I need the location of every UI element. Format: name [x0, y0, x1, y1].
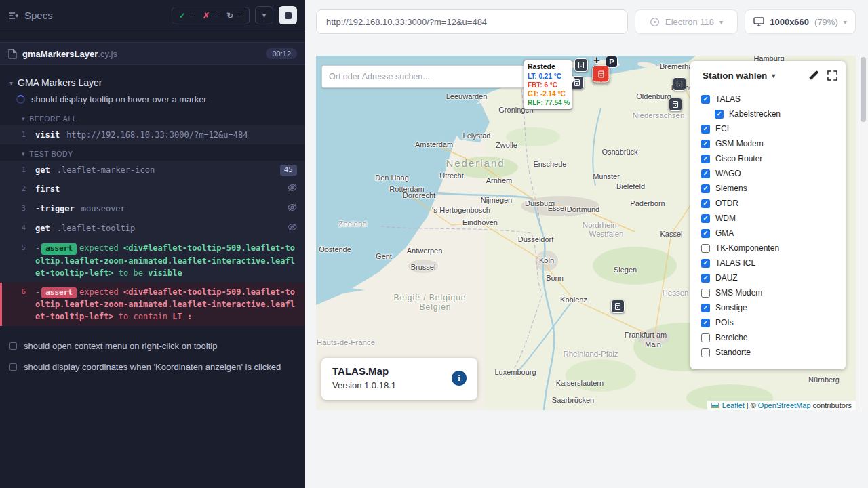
viewport-select[interactable]: 1000x660 (79%) ▾ [745, 9, 856, 34]
viewport-size: 1000x660 [770, 17, 809, 27]
command-args: .leaflet-tooltip [57, 222, 282, 235]
checkbox[interactable]: ✓ [701, 319, 710, 327]
station-row-gsm-modem[interactable]: ✓GSM Modem [701, 136, 846, 151]
leaflet-map[interactable]: LeeuwardenGroningenOldenburgBremerhavenB… [316, 56, 856, 410]
active-test-row[interactable]: should display tooltip on hover over a m… [0, 91, 305, 109]
scrollbar-thumb[interactable] [861, 57, 866, 122]
station-label: Standorte [715, 348, 751, 357]
before-all-commands: 1visithttp://192.168.10.33:3000/?m=12&u=… [0, 125, 305, 144]
command-row[interactable]: 1visithttp://192.168.10.33:3000/?m=12&u=… [0, 125, 305, 144]
browser-icon [650, 17, 660, 27]
station-filter-panel: Station wählen ▾ ✓TALAS✓Kabelstrecken✓EC… [690, 61, 846, 369]
station-row-otdr[interactable]: ✓OTDR [701, 196, 846, 211]
station-row-bereiche[interactable]: Bereiche [701, 330, 846, 345]
leaflet-link[interactable]: Leaflet [722, 401, 745, 409]
pending-test-row[interactable]: should display coordinates when 'Koordin… [0, 357, 305, 378]
checkbox[interactable]: ✓ [701, 229, 710, 238]
checkbox[interactable]: ✓ [701, 95, 710, 104]
checkbox[interactable]: ✓ [701, 259, 710, 268]
checkbox[interactable]: ✓ [715, 110, 724, 119]
specs-toggle[interactable]: Specs [8, 9, 53, 21]
spec-file-icon [8, 49, 17, 59]
station-row-wago[interactable]: ✓WAGO [701, 166, 846, 181]
map-marker-alert[interactable] [593, 66, 610, 83]
checkbox[interactable] [701, 348, 710, 357]
suite-title[interactable]: ▾ GMA Markers Layer [0, 75, 305, 91]
checkbox[interactable]: ✓ [701, 199, 710, 208]
fullscreen-button[interactable] [827, 70, 837, 81]
hidden-eye-icon [288, 222, 297, 232]
checkbox[interactable]: ✓ [701, 140, 710, 148]
station-label: OTDR [715, 199, 738, 208]
command-row[interactable]: 5-assertexpected <div#leaflet-tooltip-50… [0, 239, 305, 283]
map-search-input[interactable] [321, 65, 526, 88]
station-row-standorte[interactable]: Standorte [701, 345, 846, 360]
tooltip-value-row: FBT: 6 °C [528, 81, 568, 89]
pending-test-row[interactable]: should open context menu on right-click … [0, 336, 305, 357]
station-row-sonstige[interactable]: ✓Sonstige [701, 300, 846, 315]
assert-badge: assert [41, 243, 77, 255]
browser-select[interactable]: Electron 118 ▾ [635, 9, 738, 34]
map-marker-station[interactable] [669, 98, 682, 111]
pending-test-icon [9, 363, 17, 371]
tooltip-value-row: RLF: 77.54 % [528, 98, 568, 107]
hidden-eye-icon [288, 203, 297, 216]
command-row[interactable]: 6-assertexpected <div#leaflet-tooltip-50… [0, 283, 305, 327]
station-row-cisco-router[interactable]: ✓Cisco Router [701, 151, 846, 166]
command-row[interactable]: 1get.leaflet-marker-icon45 [0, 161, 305, 180]
station-row-gma[interactable]: ✓GMA [701, 226, 846, 241]
station-row-siemens[interactable]: ✓Siemens [701, 181, 846, 196]
command-row[interactable]: 4get.leaflet-tooltip [0, 219, 305, 239]
command-method: get [35, 164, 50, 176]
station-row-tk-komponenten[interactable]: TK-Komponenten [701, 241, 846, 256]
checkbox[interactable] [701, 333, 710, 342]
station-row-dauz[interactable]: ✓DAUZ [701, 270, 846, 285]
station-row-sms-modem[interactable]: SMS Modem [701, 285, 846, 300]
checkbox[interactable]: ✓ [701, 155, 710, 163]
map-marker-station[interactable] [611, 300, 625, 313]
checkbox[interactable]: ✓ [701, 125, 710, 134]
test-stats: ✓-- ✗-- ↻-- [172, 7, 250, 24]
checkbox[interactable]: ✓ [701, 304, 710, 312]
spec-extension: .cy.js [98, 49, 117, 59]
edit-button[interactable] [808, 70, 818, 81]
info-icon[interactable]: i [452, 371, 467, 386]
station-row-pois[interactable]: ✓POIs [701, 315, 846, 330]
url-input[interactable] [316, 9, 628, 34]
checkbox[interactable] [701, 244, 710, 253]
station-label: Kabelstrecken [729, 109, 781, 119]
checkbox[interactable]: ✓ [701, 214, 710, 223]
element-count-badge: 45 [280, 165, 297, 176]
stop-button[interactable] [279, 6, 297, 24]
station-row-kabelstrecken[interactable]: ✓Kabelstrecken [701, 106, 846, 121]
spec-header-row[interactable]: gmaMarkersLayer.cy.js 00:12 [0, 42, 305, 65]
command-row[interactable]: 2first [0, 180, 305, 199]
command-number: 6 [2, 286, 35, 298]
station-row-eci[interactable]: ✓ECI [701, 121, 846, 136]
map-marker-station[interactable] [673, 77, 686, 91]
station-row-talas-icl[interactable]: ✓TALAS ICL [701, 256, 846, 270]
collapse-all-button[interactable]: ▾ [255, 6, 273, 24]
checkbox[interactable]: ✓ [701, 274, 710, 283]
checkbox[interactable]: ✓ [701, 184, 710, 193]
section-test-body[interactable]: ▾ TEST BODY [0, 144, 305, 161]
station-label: Siemens [715, 184, 747, 193]
leaflet-flag-icon [711, 403, 719, 408]
pending-test-title: should display coordinates when 'Koordin… [24, 362, 281, 372]
checkbox[interactable] [701, 289, 710, 298]
station-label: DAUZ [715, 273, 738, 283]
spec-name: gmaMarkersLayer [22, 49, 98, 59]
section-before-all[interactable]: ▾ BEFORE ALL [0, 109, 305, 125]
station-row-wdm[interactable]: ✓WDM [701, 211, 846, 226]
map-marker-station[interactable] [574, 58, 588, 72]
chevron-down-icon: ▾ [262, 11, 267, 20]
command-method: -trigger [35, 203, 75, 215]
test-body-commands: 1get.leaflet-marker-icon452first3-trigge… [0, 161, 305, 326]
station-label: POIs [715, 318, 734, 327]
osm-link[interactable]: OpenStreetMap [758, 401, 811, 409]
station-row-talas[interactable]: ✓TALAS [701, 92, 846, 106]
caret-down-icon: ▾ [22, 150, 25, 157]
command-row[interactable]: 3-triggermouseover [0, 199, 305, 219]
checkbox[interactable]: ✓ [701, 169, 710, 178]
station-dropdown[interactable]: Station wählen ▾ [703, 70, 775, 81]
